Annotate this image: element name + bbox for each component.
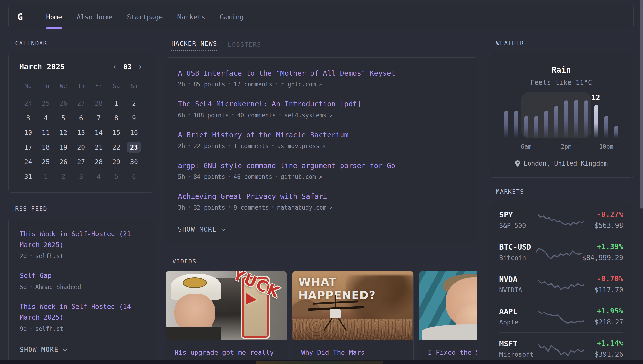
hn-story: Achieving Great Privacy with Safari3h•32… — [178, 192, 465, 211]
nav-item-gaming[interactable]: Gaming — [220, 5, 244, 28]
external-link-icon[interactable]: ↗ — [318, 81, 322, 88]
external-link-icon[interactable]: ↗ — [329, 112, 332, 119]
nav-item-markets[interactable]: Markets — [178, 5, 205, 28]
market-sparkline — [536, 243, 582, 261]
calendar-weekday-label: Sa — [107, 81, 125, 96]
calendar-day-number: 7 — [92, 112, 106, 124]
weather-hourly-chart: 12°6am2pm10pm — [504, 97, 618, 150]
rss-item-meta: 5d•Ahmad Shadeed — [20, 284, 142, 290]
meta-separator-dot: • — [188, 82, 190, 86]
weather-bar — [614, 126, 618, 138]
calendar-day: 27 — [72, 154, 90, 169]
calendar-day: 31 — [19, 169, 37, 184]
rss-item-title[interactable]: This Week in Self-Hosted (21 March 2025) — [20, 228, 142, 250]
hn-show-more-button[interactable]: SHOW MORE — [178, 226, 465, 233]
meta-part: righto.com — [281, 81, 316, 88]
calendar-day-number: 16 — [127, 127, 141, 138]
scrollbar-thumb[interactable] — [640, 0, 643, 208]
market-row-nvda[interactable]: NVDANVIDIA-0.70%$117.70 — [499, 268, 623, 300]
calendar-day-number: 4 — [39, 112, 53, 124]
calendar-day-number: 22 — [110, 142, 123, 153]
market-change: -0.70% — [584, 274, 623, 283]
external-link-icon[interactable]: ↗ — [329, 204, 332, 211]
video-thumbnail: YUCK — [166, 271, 287, 340]
hn-story-meta: 2h•22 points•1 comments•asimov.press↗ — [178, 143, 465, 150]
video-card[interactable]: WHAT HAPPENED?Why Did The Mars Helicopte… — [292, 271, 413, 364]
rss-item-title[interactable]: Self Gap — [20, 270, 142, 281]
hn-story-title[interactable]: argp: GNU-style command line argument pa… — [178, 161, 465, 170]
calendar-month-number[interactable]: 03 — [124, 63, 132, 70]
weather-bar — [544, 110, 548, 138]
calendar-day-number: 12 — [57, 127, 70, 138]
calendar-day: 17 — [19, 140, 37, 154]
news-source-tabs: HACKER NEWSLOBSTERS — [166, 40, 477, 51]
calendar-day-number: 30 — [127, 156, 141, 167]
weather-time-label: 6am — [521, 143, 531, 150]
external-link-icon[interactable]: ↗ — [318, 174, 322, 180]
weather-bar — [554, 106, 558, 138]
calendar-day-number: 20 — [74, 142, 88, 153]
calendar-day-number: 5 — [110, 171, 123, 182]
calendar-header: March 2025 ‹ 03 › — [19, 62, 143, 71]
calendar-day: 3 — [19, 110, 37, 125]
sparkline-chart — [538, 307, 584, 326]
meta-separator-dot: • — [30, 284, 32, 289]
rss-list: This Week in Self-Hosted (21 March 2025)… — [20, 228, 142, 332]
meta-separator-dot: • — [30, 326, 32, 331]
app-logo[interactable]: G — [9, 5, 32, 28]
hn-story-title[interactable]: Achieving Great Privacy with Safari — [178, 192, 465, 201]
calendar-day: 26 — [55, 96, 72, 110]
market-sparkline — [538, 339, 584, 358]
hn-story-title[interactable]: The SeL4 Microkernel: An Introduction [p… — [178, 100, 465, 108]
weather-bar — [574, 100, 578, 138]
calendar-weekday-label: Su — [125, 81, 143, 96]
calendar-weekday-label: Mo — [19, 81, 37, 96]
video-card[interactable]: DOTHTI Fixed the 5Power Connect3d•Linus … — [419, 271, 477, 364]
meta-part: 2d — [20, 253, 27, 260]
calendar-day-grid: 2425262728123456789101112131415161718192… — [19, 96, 143, 184]
dashboard-columns: CALENDAR March 2025 ‹ 03 › MoTuWeThFrSaS… — [8, 40, 634, 364]
calendar-day: 7 — [90, 110, 107, 125]
rss-item-title[interactable]: This Week in Self-Hosted (14 March 2025) — [20, 301, 142, 323]
external-link-icon[interactable]: ↗ — [322, 143, 325, 150]
calendar-day-number: 2 — [57, 171, 70, 182]
thumb-shape-shirt — [166, 328, 221, 340]
meta-separator-dot: • — [228, 205, 230, 210]
market-values: +1.95%$218.27 — [584, 307, 623, 326]
meta-part: Ahmad Shadeed — [35, 284, 81, 290]
videos-carousel: YUCKHis upgrade got me reallydirty - AMD… — [166, 271, 477, 364]
hn-story: A USB Interface to the "Mother of All De… — [178, 69, 465, 88]
dashboard-page: G HomeAlso homeStartpageMarketsGaming CA… — [0, 0, 643, 364]
video-card[interactable]: YUCKHis upgrade got me reallydirty - AMD… — [166, 271, 287, 364]
market-row-aapl[interactable]: AAPLApple+1.95%$218.27 — [499, 300, 623, 332]
tab-hacker-news[interactable]: HACKER NEWS — [171, 40, 217, 51]
calendar-weekday-label: Tu — [37, 81, 55, 96]
hn-story-title[interactable]: A USB Interface to the "Mother of All De… — [178, 69, 465, 78]
calendar-day: 2 — [55, 169, 72, 184]
tab-lobsters[interactable]: LOBSTERS — [228, 41, 261, 51]
market-name: Bitcoin — [499, 254, 536, 262]
calendar-weekday-label: We — [55, 81, 72, 96]
nav-item-also-home[interactable]: Also home — [77, 5, 112, 28]
rss-show-more-label: SHOW MORE — [20, 346, 59, 353]
hn-story-title[interactable]: A Brief History of the Miracle Bacterium — [178, 130, 465, 139]
meta-separator-dot: • — [275, 174, 278, 179]
meta-separator-dot: • — [188, 174, 190, 179]
calendar-next-icon[interactable]: › — [138, 62, 143, 71]
calendar-prev-icon[interactable]: ‹ — [112, 62, 117, 71]
sparkline-chart — [538, 275, 584, 294]
nav-item-startpage[interactable]: Startpage — [127, 5, 163, 28]
market-identity: SPYS&P 500 — [499, 210, 538, 229]
rss-show-more-button[interactable]: SHOW MORE — [20, 346, 142, 353]
nav-item-home[interactable]: Home — [46, 5, 62, 28]
calendar-day: 24 — [19, 154, 37, 169]
calendar-day-selected: 23 — [125, 140, 143, 154]
weather-time-label: 2pm — [561, 143, 571, 150]
calendar-day-number: 1 — [39, 171, 53, 182]
market-row-btc-usd[interactable]: BTC-USDBitcoin+1.39%$84,999.29 — [499, 236, 623, 268]
market-row-spy[interactable]: SPYS&P 500-0.27%$563.98 — [499, 204, 623, 236]
market-row-msft[interactable]: MSFTMicrosoft+1.14%$391.26 — [499, 332, 623, 364]
calendar-weekday-label: Th — [72, 81, 90, 96]
rss-heading: RSS FEED — [8, 206, 154, 212]
market-identity: MSFTMicrosoft — [499, 339, 538, 358]
